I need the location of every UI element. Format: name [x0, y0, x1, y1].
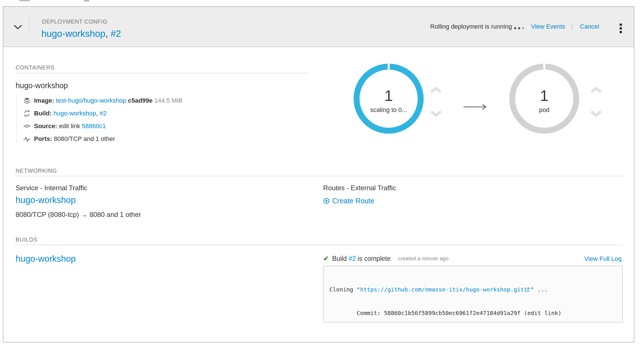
pod-scale-down-caret-icon[interactable]: [590, 110, 602, 118]
build-comma: ,: [96, 110, 98, 117]
code-icon: </>: [23, 122, 31, 130]
pulse-icon: [23, 135, 31, 143]
top-crop-artifact: [84, 0, 89, 1]
scaling-pod-label: scaling to 0...: [353, 106, 424, 114]
build-status-number-link[interactable]: #2: [349, 255, 356, 263]
kebab-menu-icon[interactable]: [619, 23, 622, 34]
build-log-snippet: Cloning "https://github.com/nmasse-itix/…: [323, 266, 623, 323]
image-tag: c5ad99e: [128, 97, 152, 104]
image-link[interactable]: test-hugo/hugo-workshop: [56, 97, 126, 104]
card-header: DEPLOYMENT CONFIG hugo-workshop, #2 Roll…: [3, 7, 634, 47]
pod-label: pod: [509, 106, 579, 114]
check-icon: ✔: [323, 255, 329, 263]
top-crop-artifact: [19, 0, 30, 1]
scaling-donut: 1 scaling to 0...: [353, 64, 424, 134]
image-label: Image:: [34, 97, 54, 104]
build-status-suffix: is complete: [358, 255, 391, 263]
view-full-log-link[interactable]: View Full Log: [584, 255, 622, 263]
service-title: Service - Internal Traffic: [16, 184, 87, 192]
pod-donut: 1 pod: [509, 64, 579, 134]
cancel-deployment-link[interactable]: Cancel: [580, 23, 599, 30]
scale-up-caret-icon[interactable]: [430, 86, 442, 95]
create-route-link[interactable]: Create Route: [323, 196, 374, 205]
action-separator: |: [571, 23, 573, 30]
layers-icon: [23, 97, 31, 105]
builds-section-heading: BUILDS: [16, 236, 37, 243]
deployment-config-card: DEPLOYMENT CONFIG hugo-workshop, #2 Roll…: [3, 6, 634, 342]
deployment-revision-link[interactable]: #2: [111, 28, 121, 39]
containers-section-heading: CONTAINERS: [16, 64, 55, 71]
resource-kind-label: DEPLOYMENT CONFIG: [42, 18, 107, 25]
container-name: hugo-workshop: [16, 81, 68, 90]
create-route-label: Create Route: [332, 196, 374, 205]
git-repo-link[interactable]: https://github.com/nmasse-itix/hugo-work…: [360, 286, 524, 293]
source-label: Source:: [34, 122, 57, 130]
refresh-icon: [23, 109, 31, 117]
builds-heading-rule: [16, 245, 623, 245]
right-arrow-icon: [463, 103, 488, 111]
source-text: edit link: [59, 122, 80, 130]
scaling-pod-count: 1: [353, 87, 424, 104]
view-events-link[interactable]: View Events: [531, 23, 565, 30]
build-label: Build:: [34, 110, 52, 117]
header-actions: Rolling deployment is running View Event…: [430, 7, 599, 46]
external-link-icon: [525, 286, 529, 294]
pod-count: 1: [509, 87, 579, 104]
page-title: hugo-workshop, #2: [41, 28, 121, 40]
scale-down-caret-icon[interactable]: [430, 110, 442, 118]
source-commit-link[interactable]: 58860c1: [82, 122, 106, 130]
container-details: Image: test-hugo/hugo-workshop c5ad99e 1…: [16, 95, 300, 144]
build-status-row: ✔ Build #2 is complete created a minute …: [323, 255, 448, 263]
image-size: 144.5 MiB: [154, 97, 182, 104]
build-created-timestamp: created a minute ago: [398, 255, 449, 262]
ports-text: 8080/TCP and 1 other: [54, 135, 115, 142]
build-config-name-link[interactable]: hugo-workshop: [16, 253, 76, 265]
running-dots-icon: [514, 27, 524, 29]
pod-scale-up-caret-icon[interactable]: [590, 86, 602, 95]
deployment-config-name-link[interactable]: hugo-workshop: [41, 28, 105, 39]
build-config-link[interactable]: hugo-workshop: [53, 110, 96, 117]
deployment-config-page: DEPLOYMENT CONFIG hugo-workshop, #2 Roll…: [0, 0, 644, 351]
build-status-prefix: Build: [332, 255, 347, 263]
title-comma: ,: [105, 28, 108, 39]
rolling-deployment-status: Rolling deployment is running: [430, 23, 512, 30]
networking-section-heading: NETWORKING: [16, 167, 57, 174]
service-ports: 8080/TCP (8080-tcp) → 8080 and 1 other: [16, 210, 141, 219]
ports-label: Ports:: [34, 135, 52, 142]
containers-heading-rule: [16, 73, 309, 73]
service-name-link[interactable]: hugo-workshop: [16, 194, 76, 206]
header-divider: [29, 18, 29, 35]
log-commit-line: Commit: 58860c1b56f5899cb50ec6961f2e4718…: [329, 309, 617, 317]
collapse-chevron-down-icon[interactable]: [14, 25, 22, 31]
routes-title: Routes - External Traffic: [323, 184, 396, 192]
plus-circle-icon: [323, 198, 330, 204]
networking-heading-rule: [16, 176, 623, 176]
log-clone-line: Cloning "https://github.com/nmasse-itix/…: [329, 286, 617, 294]
build-number-link[interactable]: #2: [99, 110, 106, 117]
